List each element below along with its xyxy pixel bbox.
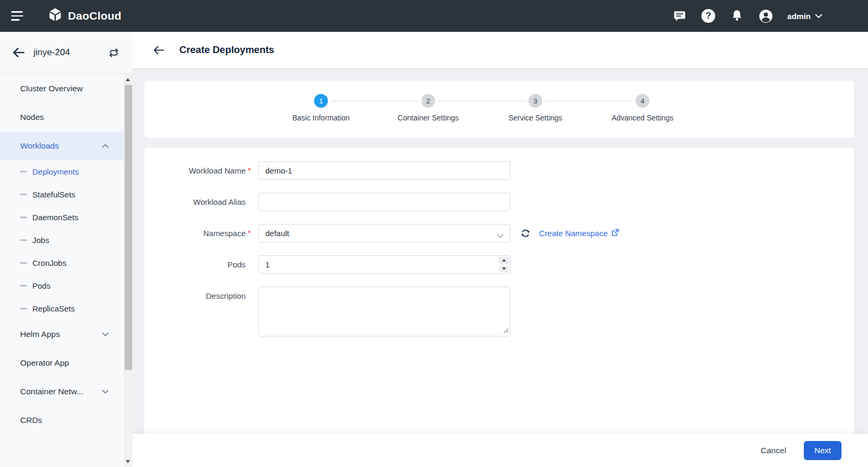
chevron-up-icon	[102, 144, 109, 148]
topbar: DaoCloud ?	[0, 0, 868, 32]
dash-icon	[20, 239, 27, 241]
step-number: 4	[636, 94, 649, 108]
dash-icon	[20, 308, 27, 309]
pods-input[interactable]	[258, 255, 510, 274]
refresh-namespaces-icon[interactable]	[520, 228, 531, 239]
step-container-settings[interactable]: 2 Container Settings	[375, 94, 482, 122]
sidebar-item-workloads[interactable]: Workloads	[0, 132, 124, 160]
back-arrow-icon[interactable]	[153, 46, 164, 55]
sidebar-item-daemonsets[interactable]: DaemonSets	[0, 206, 124, 229]
chevron-down-icon	[102, 332, 109, 336]
dash-icon	[20, 217, 27, 218]
dash-icon	[20, 285, 27, 287]
sidebar-item-pods[interactable]: Pods	[0, 274, 124, 297]
brand-name: DaoCloud	[68, 10, 121, 22]
cluster-name: jinye-204	[33, 47, 70, 58]
switch-cluster-icon[interactable]	[108, 47, 120, 59]
sidebar-item-deployments[interactable]: Deployments	[0, 160, 124, 183]
workload-name-row: Workload Name *	[144, 161, 854, 180]
namespace-selected-value: default	[265, 229, 289, 238]
step-number: 3	[528, 94, 542, 108]
scrollbar-thumb[interactable]	[125, 85, 132, 370]
step-number: 2	[421, 94, 435, 108]
pods-stepper	[499, 257, 509, 272]
sidebar: jinye-204 Cluster Overview Nodes Workloa…	[0, 32, 133, 467]
main-content: Create Deployments 1 Basic Information 2…	[133, 32, 868, 467]
brand-logo: DaoCloud	[47, 7, 121, 25]
scroll-down-arrow[interactable]	[126, 460, 130, 463]
sidebar-item-nodes[interactable]: Nodes	[0, 103, 124, 132]
wizard-footer: Cancel Next	[133, 434, 868, 467]
scroll-up-arrow[interactable]	[126, 78, 130, 81]
step-label: Basic Information	[292, 114, 350, 122]
avatar-icon[interactable]	[759, 9, 773, 23]
user-menu[interactable]: admin	[787, 11, 822, 21]
create-namespace-link[interactable]: Create Namespace	[539, 228, 620, 239]
external-link-icon	[611, 228, 620, 239]
step-number: 1	[314, 94, 328, 108]
daocloud-console: DaoCloud ?	[0, 0, 868, 467]
user-name: admin	[787, 12, 811, 21]
stepper: 1 Basic Information 2 Container Settings…	[267, 81, 854, 122]
sidebar-item-operator-app[interactable]: Operator App	[0, 349, 124, 377]
sidebar-item-jobs[interactable]: Jobs	[0, 229, 124, 252]
sidebar-item-crds[interactable]: CRDs	[0, 406, 124, 435]
step-service-settings[interactable]: 3 Service Settings	[482, 94, 589, 122]
description-row: Description	[144, 287, 854, 339]
stepper-card: 1 Basic Information 2 Container Settings…	[144, 81, 854, 138]
sidebar-header: jinye-204	[0, 32, 133, 74]
workload-name-input[interactable]	[258, 161, 510, 180]
chevron-down-icon	[102, 390, 109, 394]
workload-alias-input[interactable]	[258, 193, 510, 211]
step-label: Container Settings	[397, 114, 458, 122]
page-header: Create Deployments	[133, 32, 868, 68]
sidebar-nav: Cluster Overview Nodes Workloads Deploym…	[0, 74, 124, 467]
back-arrow-icon[interactable]	[13, 48, 24, 57]
help-icon[interactable]: ?	[701, 9, 716, 23]
workload-alias-label: Workload Alias	[144, 193, 246, 211]
step-label: Service Settings	[508, 114, 562, 122]
chat-icon[interactable]	[673, 9, 687, 23]
increment-button[interactable]	[499, 257, 509, 264]
cancel-button[interactable]: Cancel	[761, 446, 786, 455]
decrement-button[interactable]	[499, 265, 509, 273]
description-label: Description	[144, 287, 246, 305]
sidebar-item-cronjobs[interactable]: CronJobs	[0, 252, 124, 274]
description-textarea[interactable]	[258, 287, 510, 336]
required-asterisk: *	[246, 161, 253, 179]
sidebar-item-cluster-overview[interactable]: Cluster Overview	[0, 74, 124, 103]
namespace-label: Namespace	[144, 224, 246, 243]
sidebar-item-helm-apps[interactable]: Helm Apps	[0, 320, 124, 349]
sidebar-item-replicasets[interactable]: ReplicaSets	[0, 297, 124, 320]
chevron-down-icon	[815, 11, 822, 21]
step-basic-information[interactable]: 1 Basic Information	[267, 94, 375, 122]
chevron-down-icon	[497, 231, 504, 240]
sidebar-item-statefulsets[interactable]: StatefulSets	[0, 183, 124, 206]
namespace-row: Namespace * default	[144, 224, 854, 243]
dash-icon	[20, 262, 27, 264]
workload-alias-row: Workload Alias	[144, 193, 854, 211]
workload-name-label: Workload Name	[144, 161, 246, 180]
next-button[interactable]: Next	[804, 441, 841, 460]
sidebar-item-container-network[interactable]: Container Netw...	[0, 377, 124, 406]
namespace-select[interactable]: default	[258, 224, 510, 243]
step-advanced-settings[interactable]: 4 Advanced Settings	[589, 94, 696, 122]
basic-information-form: Workload Name * Workload Alias Namespace…	[144, 148, 854, 462]
step-label: Advanced Settings	[612, 114, 674, 122]
pods-row: Pods	[144, 255, 854, 274]
sidebar-scrollbar[interactable]	[124, 74, 133, 467]
menu-icon[interactable]	[11, 11, 25, 21]
brand-cube-icon	[47, 7, 63, 25]
bell-icon[interactable]	[730, 9, 744, 23]
pods-label: Pods	[144, 255, 246, 274]
required-asterisk: *	[246, 224, 253, 241]
topbar-actions: ? admin	[673, 9, 822, 23]
page-title: Create Deployments	[179, 44, 274, 56]
dash-icon	[20, 194, 27, 195]
dash-icon	[20, 171, 27, 172]
